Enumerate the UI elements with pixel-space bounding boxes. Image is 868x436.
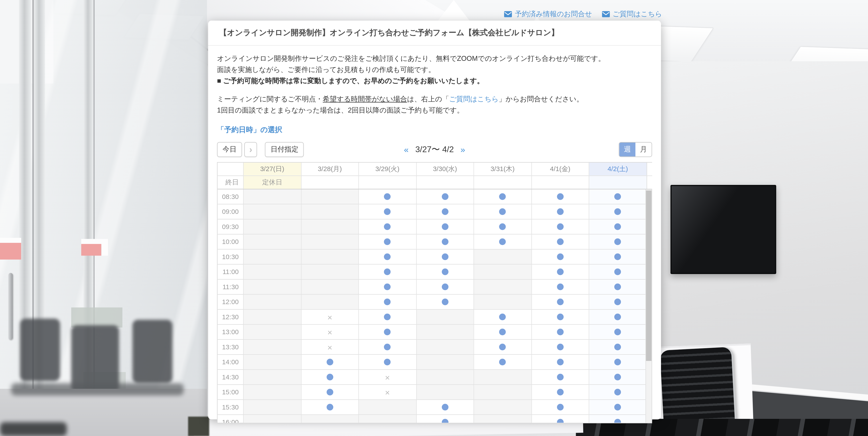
next-week-arrow[interactable]: » [461, 145, 465, 154]
slot-09:30-mon [301, 220, 358, 234]
card-body: オンラインサロン開発制作サービスのご発注をご検討頂くにあたり、無料でZOOMでの… [208, 46, 661, 423]
slot-15:30-sat[interactable] [589, 400, 646, 414]
scrollbar-track[interactable] [645, 190, 652, 423]
question-link[interactable]: ご質問はこちら [602, 9, 662, 19]
slot-16:00-wed[interactable] [416, 415, 474, 423]
slot-15:00-sat[interactable] [589, 385, 646, 400]
slot-13:30-fri[interactable] [531, 340, 589, 354]
slot-15:30-sun [243, 400, 301, 414]
available-dot-icon [615, 284, 621, 290]
scrollbar-thumb[interactable] [646, 191, 652, 361]
slot-08:30-wed[interactable] [416, 190, 474, 204]
slot-14:30-mon[interactable] [301, 370, 358, 384]
available-dot-icon [441, 208, 448, 215]
slot-10:00-wed[interactable] [416, 235, 474, 249]
slot-11:30-wed[interactable] [416, 280, 474, 294]
slot-10:30-wed[interactable] [416, 250, 474, 264]
allday-label: 終日 [218, 176, 243, 189]
slot-09:30-sat[interactable] [589, 220, 646, 234]
slot-11:30-tue[interactable] [358, 280, 416, 294]
slot-13:30-thu[interactable] [474, 340, 531, 354]
slot-16:00-sat[interactable] [589, 415, 646, 423]
slot-11:00-wed[interactable] [416, 265, 474, 279]
slot-10:30-fri[interactable] [531, 250, 589, 264]
question-link-label: ご質問はこちら [613, 9, 662, 19]
slot-13:00-fri[interactable] [531, 325, 589, 339]
slot-10:30-tue[interactable] [358, 250, 416, 264]
slot-15:00-mon[interactable] [301, 385, 358, 400]
slot-14:00-mon[interactable] [301, 355, 358, 369]
slot-08:30-fri[interactable] [531, 190, 589, 204]
month-view-button[interactable]: 月 [636, 143, 652, 156]
slot-11:30-fri[interactable] [531, 280, 589, 294]
faq-question-link[interactable]: ご質問はこちら [449, 95, 499, 103]
booked-info-link[interactable]: 予約済み情報のお問合せ [504, 9, 592, 19]
slot-09:00-wed[interactable] [416, 205, 474, 219]
available-dot-icon [441, 268, 448, 275]
slot-12:30-tue[interactable] [358, 310, 416, 324]
available-dot-icon [384, 238, 391, 245]
slot-13:30-tue[interactable] [358, 340, 416, 354]
week-view-button[interactable]: 週 [619, 143, 636, 156]
slot-15:30-fri[interactable] [531, 400, 589, 414]
slot-11:00-tue[interactable] [358, 265, 416, 279]
slot-15:00-fri[interactable] [531, 385, 589, 400]
slot-09:30-tue[interactable] [358, 220, 416, 234]
slot-09:00-thu[interactable] [474, 205, 531, 219]
slot-09:30-wed[interactable] [416, 220, 474, 234]
slot-10:30-sat[interactable] [589, 250, 646, 264]
slot-13:00-sat[interactable] [589, 325, 646, 339]
slot-12:00-sat[interactable] [589, 295, 646, 309]
slot-13:00-thu[interactable] [474, 325, 531, 339]
slot-12:30-thu[interactable] [474, 310, 531, 324]
slot-10:00-tue[interactable] [358, 235, 416, 249]
slot-14:30-sat[interactable] [589, 370, 646, 384]
slot-14:00-tue[interactable] [358, 355, 416, 369]
slot-09:30-thu[interactable] [474, 220, 531, 234]
available-dot-icon [441, 419, 448, 423]
slot-16:00-fri[interactable] [531, 415, 589, 423]
time-label-15:00: 15:00 [218, 385, 243, 400]
slot-12:00-wed[interactable] [416, 295, 474, 309]
slot-12:30-sat[interactable] [589, 310, 646, 324]
slot-09:30-fri[interactable] [531, 220, 589, 234]
slot-14:00-sat[interactable] [589, 355, 646, 369]
next-chevron-button[interactable]: › [244, 142, 257, 157]
faq-underlined: 希望する時間帯がない場合 [323, 95, 407, 103]
time-row-10:30: 10:30 [218, 250, 652, 265]
faq-line-2: 1回目の面談でまとまらなかった場合は、2回目以降の面談ご予約も可能です。 [217, 105, 652, 116]
time-row-11:00: 11:00 [218, 265, 652, 280]
slot-15:30-thu [474, 400, 531, 414]
slot-16:00-mon [301, 415, 358, 423]
slot-12:30-fri[interactable] [531, 310, 589, 324]
tv-screen [671, 185, 776, 274]
slot-10:00-thu[interactable] [474, 235, 531, 249]
slot-08:30-sat[interactable] [589, 190, 646, 204]
available-dot-icon [615, 329, 621, 335]
date-pick-button[interactable]: 日付指定 [265, 142, 304, 157]
prev-week-arrow[interactable]: « [404, 145, 409, 154]
slot-10:00-sat[interactable] [589, 235, 646, 249]
slot-10:00-fri[interactable] [531, 235, 589, 249]
slot-14:00-thu[interactable] [474, 355, 531, 369]
slot-15:00-sun [243, 385, 301, 400]
slot-15:30-mon[interactable] [301, 400, 358, 414]
slot-09:00-sat[interactable] [589, 205, 646, 219]
slot-09:00-fri[interactable] [531, 205, 589, 219]
slot-15:30-wed[interactable] [416, 400, 474, 414]
slot-13:30-sat[interactable] [589, 340, 646, 354]
slot-08:30-tue[interactable] [358, 190, 416, 204]
available-dot-icon [615, 193, 621, 200]
unavailable-x-icon: × [328, 343, 332, 351]
slot-12:00-fri[interactable] [531, 295, 589, 309]
slot-09:00-tue[interactable] [358, 205, 416, 219]
today-button[interactable]: 今日 [217, 142, 242, 157]
slot-11:00-fri[interactable] [531, 265, 589, 279]
slot-13:00-tue[interactable] [358, 325, 416, 339]
slot-08:30-thu[interactable] [474, 190, 531, 204]
slot-11:30-sat[interactable] [589, 280, 646, 294]
slot-14:30-fri[interactable] [531, 370, 589, 384]
slot-14:00-fri[interactable] [531, 355, 589, 369]
slot-12:00-tue[interactable] [358, 295, 416, 309]
slot-11:00-sat[interactable] [589, 265, 646, 279]
